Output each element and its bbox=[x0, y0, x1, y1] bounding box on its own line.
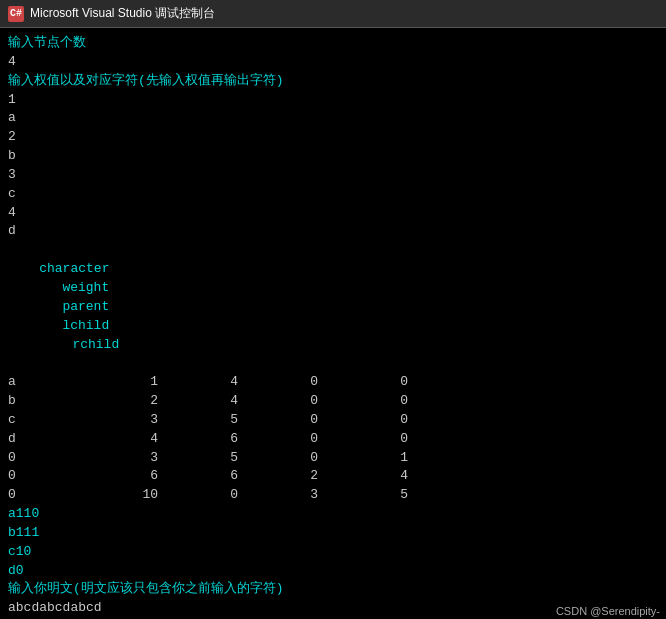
char-c: c bbox=[8, 185, 658, 204]
prompt-weight-char: 输入权值以及对应字符(先输入权值再输出字符) bbox=[8, 72, 658, 91]
huffman-code-line: c10 bbox=[8, 543, 658, 562]
input-node-count: 4 bbox=[8, 53, 658, 72]
huffman-code-line: d0 bbox=[8, 562, 658, 581]
table-row: 010035 bbox=[8, 486, 658, 505]
char-b: b bbox=[8, 147, 658, 166]
app-icon: C# bbox=[8, 6, 24, 22]
huffman-code-line: b111 bbox=[8, 524, 658, 543]
col-header-parent: parent bbox=[39, 298, 119, 317]
val-3: 3 bbox=[8, 166, 658, 185]
huffman-code-line: a110 bbox=[8, 505, 658, 524]
val-4: 4 bbox=[8, 204, 658, 223]
col-header-lchild: lchild bbox=[39, 317, 119, 336]
char-d: d bbox=[8, 222, 658, 241]
col-header-weight: weight bbox=[39, 279, 119, 298]
table-row: c3500 bbox=[8, 411, 658, 430]
title-bar-text: Microsoft Visual Studio 调试控制台 bbox=[30, 5, 215, 22]
table-header: character weight parent lchild rchild bbox=[8, 241, 658, 373]
table-row: d4600 bbox=[8, 430, 658, 449]
prompt-node-count: 输入节点个数 bbox=[8, 34, 658, 53]
title-bar: C# Microsoft Visual Studio 调试控制台 bbox=[0, 0, 666, 28]
codes-container: a110b111c10d0 bbox=[8, 505, 658, 580]
val-1: 1 bbox=[8, 91, 658, 110]
prompt-plaintext: 输入你明文(明文应该只包含你之前输入的字符) bbox=[8, 580, 658, 599]
char-a: a bbox=[8, 109, 658, 128]
table-row: a1400 bbox=[8, 373, 658, 392]
val-2: 2 bbox=[8, 128, 658, 147]
console-area[interactable]: 输入节点个数 4 输入权值以及对应字符(先输入权值再输出字符) 1 a 2 b … bbox=[0, 28, 666, 619]
table-rows-container: a1400b2400c3500d46000350106624010035 bbox=[8, 373, 658, 505]
table-row: 03501 bbox=[8, 449, 658, 468]
col-header-rchild: rchild bbox=[39, 336, 119, 355]
table-row: 06624 bbox=[8, 467, 658, 486]
watermark: CSDN @Serendipity- bbox=[550, 603, 666, 619]
col-header-char: character bbox=[39, 260, 119, 279]
table-row: b2400 bbox=[8, 392, 658, 411]
